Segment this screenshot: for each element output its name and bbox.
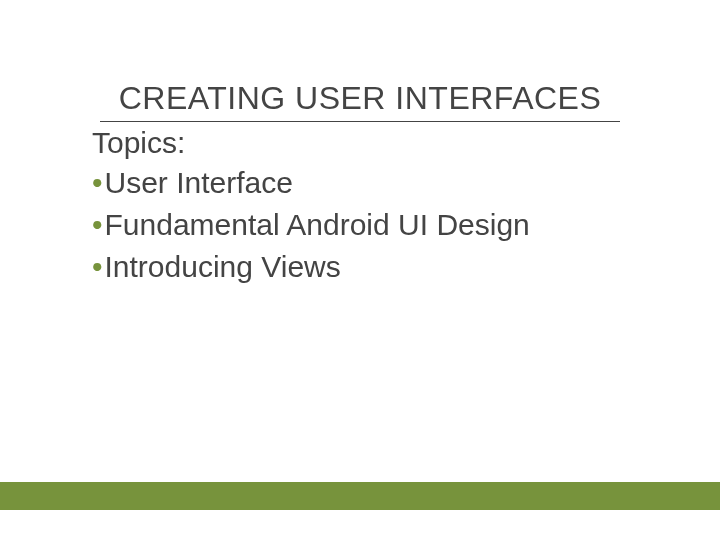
slide-title: CREATING USER INTERFACES — [100, 80, 620, 122]
subtitle: Topics: — [92, 126, 620, 160]
list-item-text: Introducing Views — [105, 246, 341, 288]
bullet-icon: • — [92, 204, 103, 246]
bullet-list: • User Interface • Fundamental Android U… — [92, 162, 620, 288]
list-item-text: Fundamental Android UI Design — [105, 204, 530, 246]
list-item: • Introducing Views — [92, 246, 620, 288]
list-item: • User Interface — [92, 162, 620, 204]
bullet-icon: • — [92, 162, 103, 204]
bullet-icon: • — [92, 246, 103, 288]
list-item-text: User Interface — [105, 162, 293, 204]
bottom-accent-bar — [0, 482, 720, 510]
list-item: • Fundamental Android UI Design — [92, 204, 620, 246]
slide-content: CREATING USER INTERFACES Topics: • User … — [0, 0, 720, 288]
